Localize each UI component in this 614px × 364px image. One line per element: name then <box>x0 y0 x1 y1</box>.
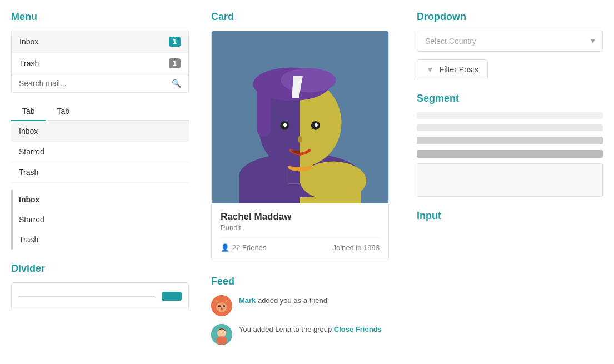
tab-list: Inbox Starred Trash <box>11 121 189 183</box>
feed-avatar-2 <box>211 324 232 345</box>
svg-point-15 <box>283 123 287 127</box>
card-info: Rachel Maddaw Pundit 👤 22 Friends Joined… <box>212 203 388 260</box>
border-indicator <box>11 190 13 250</box>
input-title: Input <box>417 210 603 222</box>
tab-list-inbox[interactable]: Inbox <box>11 121 189 142</box>
svg-rect-11 <box>257 87 271 136</box>
trash-label: Trash <box>19 59 39 68</box>
card-image <box>212 31 388 203</box>
tab-2[interactable]: Tab <box>46 102 81 121</box>
card-role: Pundit <box>221 223 380 232</box>
svg-point-26 <box>221 308 223 310</box>
svg-point-28 <box>217 328 226 337</box>
svg-point-25 <box>223 305 225 307</box>
segment-bar-1 <box>417 112 603 119</box>
tabs-container: Tab Tab Inbox Starred Trash <box>11 102 189 183</box>
friends-icon: 👤 <box>221 243 229 252</box>
divider-title: Divider <box>11 263 189 275</box>
search-input[interactable] <box>19 79 172 88</box>
menu-box: Inbox 1 Trash 1 🔍 <box>11 31 189 93</box>
svg-point-16 <box>315 123 318 127</box>
segment-bar-5 <box>417 163 603 197</box>
tab-list-starred[interactable]: Starred <box>11 142 189 162</box>
inbox-label: Inbox <box>19 37 38 46</box>
card-title: Card <box>211 11 400 23</box>
segment-bar-3 <box>417 137 603 144</box>
divider-section: Divider <box>11 263 189 310</box>
segment-bar-2 <box>417 124 603 131</box>
feed-item-2: You added Lena to the group Close Friend… <box>211 324 400 345</box>
segment-title: Segment <box>417 93 603 104</box>
search-box[interactable]: 🔍 <box>12 74 188 93</box>
svg-point-24 <box>218 305 221 307</box>
card-friends: 👤 22 Friends <box>221 243 266 252</box>
tab-1[interactable]: Tab <box>11 102 46 121</box>
feed-text-1: Mark added you as a friend <box>239 295 327 306</box>
feed-prefix-2: You added Lena to the group <box>239 325 334 333</box>
svg-point-19 <box>216 302 227 312</box>
feed-section: Feed <box>211 276 400 345</box>
menu-title: Menu <box>11 11 189 23</box>
card-meta: 👤 22 Friends Joined in 1998 <box>221 237 380 252</box>
svg-point-17 <box>298 136 302 143</box>
dropdown-wrapper: Select Country United States United King… <box>417 31 603 52</box>
divider-box <box>11 282 189 310</box>
input-section: Input <box>417 210 603 222</box>
bordered-inbox[interactable]: Inbox <box>11 190 189 210</box>
card-section: Card <box>211 11 400 260</box>
feed-group-link[interactable]: Close Friends <box>334 325 382 333</box>
card-box: Rachel Maddaw Pundit 👤 22 Friends Joined… <box>211 31 389 260</box>
filter-icon: ▼ <box>426 65 434 74</box>
country-select[interactable]: Select Country United States United King… <box>417 31 603 52</box>
feed-desc-1: added you as a friend <box>258 296 327 305</box>
menu-item-inbox[interactable]: Inbox 1 <box>12 31 188 53</box>
dropdown-title: Dropdown <box>417 11 603 23</box>
dropdown-section: Dropdown Select Country United States Un… <box>417 11 603 79</box>
friends-count: 22 Friends <box>232 243 266 252</box>
menu-item-trash[interactable]: Trash 1 <box>12 53 188 74</box>
bordered-starred[interactable]: Starred <box>11 210 189 230</box>
bordered-list: Inbox Starred Trash <box>11 190 189 250</box>
feed-item-1: Mark added you as a friend <box>211 295 400 316</box>
search-icon: 🔍 <box>172 79 181 88</box>
tab-list-trash[interactable]: Trash <box>11 162 189 183</box>
divider-line-left <box>18 296 155 297</box>
inbox-badge: 1 <box>169 37 181 47</box>
feed-user-link-1[interactable]: Mark <box>239 296 256 305</box>
segment-section: Segment <box>417 93 603 197</box>
feed-avatar-1 <box>211 295 232 316</box>
feed-text-2: You added Lena to the group Close Friend… <box>239 324 382 335</box>
svg-point-29 <box>216 336 227 345</box>
trash-badge: 1 <box>169 58 181 68</box>
filter-posts-button[interactable]: ▼ Filter Posts <box>417 59 488 79</box>
svg-point-12 <box>281 68 336 93</box>
filter-label: Filter Posts <box>440 65 478 74</box>
divider-button[interactable] <box>162 292 182 301</box>
feed-title: Feed <box>211 276 400 287</box>
card-name: Rachel Maddaw <box>221 211 380 222</box>
tabs-row: Tab Tab <box>11 102 189 121</box>
bordered-trash[interactable]: Trash <box>11 230 189 250</box>
joined-date: Joined in 1998 <box>332 243 380 252</box>
segment-bar-4 <box>417 150 603 158</box>
